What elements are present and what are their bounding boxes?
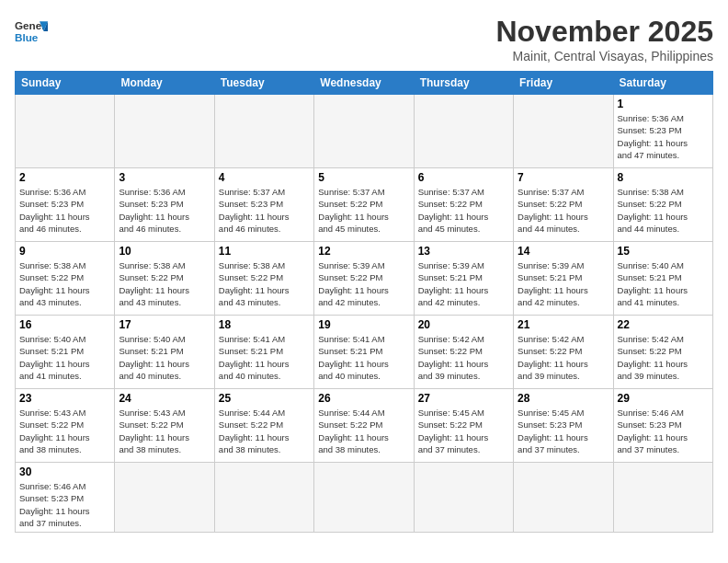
day-number: 25 [219,392,310,405]
day-number: 26 [318,392,409,405]
weekday-header-friday: Friday [514,72,613,95]
day-number: 7 [518,171,609,184]
day-info: Sunrise: 5:39 AM Sunset: 5:21 PM Dayligh… [518,259,609,308]
calendar-cell: 18Sunrise: 5:41 AM Sunset: 5:21 PM Dayli… [214,316,313,389]
calendar-cell: 9Sunrise: 5:38 AM Sunset: 5:22 PM Daylig… [16,242,115,316]
day-info: Sunrise: 5:38 AM Sunset: 5:22 PM Dayligh… [219,259,310,308]
day-number: 9 [19,245,110,258]
calendar-table: SundayMondayTuesdayWednesdayThursdayFrid… [15,71,713,533]
location-subtitle: Mainit, Central Visayas, Philippines [495,49,713,63]
page-header: General Blue November 2025 Mainit, Centr… [15,15,713,63]
weekday-header-sunday: Sunday [16,72,115,95]
day-info: Sunrise: 5:37 AM Sunset: 5:22 PM Dayligh… [518,186,609,235]
day-number: 27 [418,392,509,405]
day-info: Sunrise: 5:39 AM Sunset: 5:21 PM Dayligh… [418,259,509,308]
week-row-6: 30Sunrise: 5:46 AM Sunset: 5:23 PM Dayli… [16,463,713,533]
logo-icon: General Blue [15,15,48,48]
week-row-4: 16Sunrise: 5:40 AM Sunset: 5:21 PM Dayli… [16,316,713,389]
weekday-header-saturday: Saturday [613,72,712,95]
logo: General Blue [15,15,48,48]
calendar-cell: 13Sunrise: 5:39 AM Sunset: 5:21 PM Dayli… [414,242,513,316]
day-info: Sunrise: 5:38 AM Sunset: 5:22 PM Dayligh… [119,259,210,308]
day-info: Sunrise: 5:42 AM Sunset: 5:22 PM Dayligh… [518,333,609,382]
day-info: Sunrise: 5:42 AM Sunset: 5:22 PM Dayligh… [618,333,709,382]
day-number: 1 [618,98,709,110]
calendar-cell: 7Sunrise: 5:37 AM Sunset: 5:22 PM Daylig… [514,168,613,242]
day-number: 2 [19,171,110,184]
calendar-cell: 22Sunrise: 5:42 AM Sunset: 5:22 PM Dayli… [613,316,712,389]
calendar-cell [214,95,313,168]
calendar-cell [514,463,613,533]
calendar-cell: 24Sunrise: 5:43 AM Sunset: 5:22 PM Dayli… [115,389,214,463]
calendar-cell: 27Sunrise: 5:45 AM Sunset: 5:22 PM Dayli… [414,389,513,463]
calendar-cell: 26Sunrise: 5:44 AM Sunset: 5:22 PM Dayli… [314,389,414,463]
calendar-cell [414,95,513,168]
calendar-cell [314,95,414,168]
day-number: 6 [418,171,509,184]
calendar-cell: 12Sunrise: 5:39 AM Sunset: 5:22 PM Dayli… [314,242,414,316]
day-info: Sunrise: 5:46 AM Sunset: 5:23 PM Dayligh… [618,407,709,455]
weekday-header-wednesday: Wednesday [314,72,414,95]
calendar-cell: 23Sunrise: 5:43 AM Sunset: 5:22 PM Dayli… [16,389,115,463]
day-number: 11 [219,245,310,258]
svg-text:Blue: Blue [15,31,39,43]
calendar-cell [16,95,115,168]
week-row-2: 2Sunrise: 5:36 AM Sunset: 5:23 PM Daylig… [16,168,713,242]
weekday-header-thursday: Thursday [414,72,513,95]
weekday-header-row: SundayMondayTuesdayWednesdayThursdayFrid… [16,72,713,95]
day-info: Sunrise: 5:36 AM Sunset: 5:23 PM Dayligh… [618,112,709,161]
calendar-cell: 4Sunrise: 5:37 AM Sunset: 5:23 PM Daylig… [214,168,313,242]
week-row-3: 9Sunrise: 5:38 AM Sunset: 5:22 PM Daylig… [16,242,713,316]
calendar-cell: 14Sunrise: 5:39 AM Sunset: 5:21 PM Dayli… [514,242,613,316]
calendar-cell [115,95,214,168]
day-number: 21 [518,318,609,331]
day-info: Sunrise: 5:41 AM Sunset: 5:21 PM Dayligh… [318,333,409,382]
week-row-1: 1Sunrise: 5:36 AM Sunset: 5:23 PM Daylig… [16,95,713,168]
calendar-cell: 21Sunrise: 5:42 AM Sunset: 5:22 PM Dayli… [514,316,613,389]
day-number: 30 [19,465,110,478]
day-number: 20 [418,318,509,331]
day-info: Sunrise: 5:38 AM Sunset: 5:22 PM Dayligh… [19,259,110,308]
calendar-cell: 15Sunrise: 5:40 AM Sunset: 5:21 PM Dayli… [613,242,712,316]
day-number: 8 [618,171,709,184]
day-number: 28 [518,392,609,405]
day-number: 4 [219,171,310,184]
day-info: Sunrise: 5:36 AM Sunset: 5:23 PM Dayligh… [19,186,110,235]
calendar-cell: 19Sunrise: 5:41 AM Sunset: 5:21 PM Dayli… [314,316,414,389]
day-number: 19 [318,318,409,331]
day-info: Sunrise: 5:43 AM Sunset: 5:22 PM Dayligh… [19,407,110,455]
calendar-cell: 11Sunrise: 5:38 AM Sunset: 5:22 PM Dayli… [214,242,313,316]
calendar-cell: 30Sunrise: 5:46 AM Sunset: 5:23 PM Dayli… [16,463,115,533]
calendar-cell: 5Sunrise: 5:37 AM Sunset: 5:22 PM Daylig… [314,168,414,242]
calendar-cell: 28Sunrise: 5:45 AM Sunset: 5:23 PM Dayli… [514,389,613,463]
day-info: Sunrise: 5:38 AM Sunset: 5:22 PM Dayligh… [618,186,709,235]
day-number: 15 [618,245,709,258]
day-info: Sunrise: 5:41 AM Sunset: 5:21 PM Dayligh… [219,333,310,382]
calendar-cell [514,95,613,168]
day-number: 12 [318,245,409,258]
day-number: 29 [618,392,709,405]
calendar-cell: 3Sunrise: 5:36 AM Sunset: 5:23 PM Daylig… [115,168,214,242]
calendar-cell: 1Sunrise: 5:36 AM Sunset: 5:23 PM Daylig… [613,95,712,168]
month-title: November 2025 [495,15,713,49]
day-info: Sunrise: 5:39 AM Sunset: 5:22 PM Dayligh… [318,259,409,308]
day-info: Sunrise: 5:44 AM Sunset: 5:22 PM Dayligh… [219,407,310,455]
day-number: 10 [119,245,210,258]
day-info: Sunrise: 5:40 AM Sunset: 5:21 PM Dayligh… [618,259,709,308]
calendar-cell: 25Sunrise: 5:44 AM Sunset: 5:22 PM Dayli… [214,389,313,463]
title-block: November 2025 Mainit, Central Visayas, P… [495,15,713,63]
day-number: 14 [518,245,609,258]
day-number: 23 [19,392,110,405]
calendar-cell: 8Sunrise: 5:38 AM Sunset: 5:22 PM Daylig… [613,168,712,242]
calendar-cell: 17Sunrise: 5:40 AM Sunset: 5:21 PM Dayli… [115,316,214,389]
calendar-cell: 10Sunrise: 5:38 AM Sunset: 5:22 PM Dayli… [115,242,214,316]
day-info: Sunrise: 5:43 AM Sunset: 5:22 PM Dayligh… [119,407,210,455]
calendar-cell [613,463,712,533]
day-info: Sunrise: 5:37 AM Sunset: 5:23 PM Dayligh… [219,186,310,235]
day-number: 22 [618,318,709,331]
day-number: 24 [119,392,210,405]
calendar-cell: 6Sunrise: 5:37 AM Sunset: 5:22 PM Daylig… [414,168,513,242]
day-number: 16 [19,318,110,331]
weekday-header-tuesday: Tuesday [214,72,313,95]
calendar-cell [414,463,513,533]
